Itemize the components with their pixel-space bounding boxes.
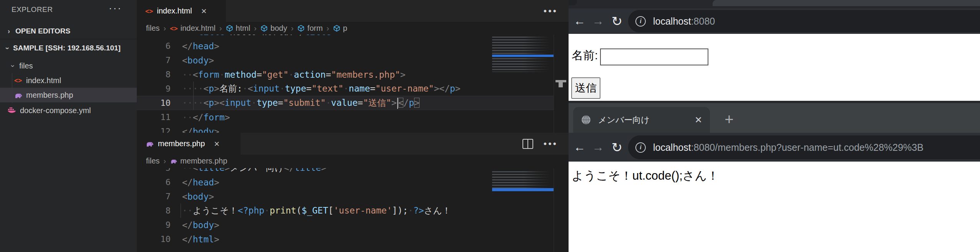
browser-toolbar: ← → ↻ i localhost:8080 — [569, 8, 980, 34]
browser-page: 名前: 送信 — [569, 34, 980, 101]
code-token: > — [225, 35, 230, 37]
breadcrumb-item[interactable]: body — [260, 24, 287, 33]
editor-more-actions-icon[interactable]: ••• — [544, 6, 558, 17]
code-token: > — [321, 168, 327, 173]
chevron-down-icon: › — [9, 62, 17, 70]
symbol-cube-icon — [297, 25, 305, 32]
code-text: </head> — [171, 177, 219, 187]
code-token: ようこそ！ — [193, 205, 238, 215]
code-line[interactable]: 12</body> — [137, 124, 569, 133]
code-line[interactable]: 8··ようこそ！<?php·print($_GET['user-name']);… — [137, 204, 569, 218]
close-tab-icon[interactable]: × — [214, 139, 219, 149]
tree-indent-guide — [12, 73, 12, 103]
explorer-more-actions-icon[interactable]: ··· — [109, 2, 122, 14]
editor-group-index-html: <> index.html × ••• files› <>index.html›… — [137, 0, 569, 133]
breadcrumb-item[interactable]: files — [146, 24, 160, 33]
code-token: $_GET — [302, 205, 328, 215]
code-token: > — [391, 98, 397, 108]
code-line[interactable]: 9</body> — [137, 218, 569, 232]
browser-toolbar: ← → ↻ i localhost:8080/members.php?user-… — [569, 133, 980, 162]
code-token: < — [219, 98, 225, 108]
browser-page: ようこそ！ut.code();さん！ — [569, 162, 980, 252]
editor-more-actions-icon[interactable]: ••• — [544, 139, 558, 149]
code-line[interactable]: 9····<p>名前:·<input·type="text"·name="use… — [137, 82, 569, 96]
breadcrumb-item[interactable]: html — [226, 24, 250, 33]
line-number: 6 — [137, 41, 171, 51]
tab-index-html[interactable]: <> index.html × — [137, 0, 226, 22]
overview-ruler[interactable] — [554, 168, 569, 252]
close-tab-icon[interactable]: ✕ — [695, 115, 702, 125]
code-token: name — [349, 83, 370, 93]
code-token: < — [203, 98, 209, 108]
code-token: > — [209, 192, 214, 202]
minimap[interactable] — [492, 37, 554, 79]
sidebar-item-members-php[interactable]: members.php — [0, 88, 137, 102]
back-icon[interactable]: ← — [572, 140, 587, 155]
breadcrumb-item[interactable]: p — [333, 24, 347, 33]
name-input[interactable] — [600, 48, 708, 65]
code-token: < — [398, 98, 404, 108]
code-token: < — [248, 83, 253, 93]
sidebar-item-docker-compose[interactable]: docker-compose.yml — [0, 103, 137, 118]
docker-whale-icon — [7, 107, 17, 114]
code-token: > — [214, 98, 219, 108]
split-editor-icon[interactable] — [522, 139, 534, 149]
code-line[interactable]: 10</html> — [137, 232, 569, 246]
code-token: > — [225, 168, 230, 173]
sidebar-item-index-html[interactable]: <> index.html — [0, 73, 137, 88]
submit-button[interactable]: 送信 — [571, 77, 600, 99]
sidebar-item-files-folder[interactable]: › files — [0, 58, 137, 73]
breadcrumb-item[interactable]: files — [146, 157, 160, 165]
code-token: < — [182, 55, 187, 65]
code-token: · — [343, 83, 349, 93]
open-editors-section[interactable]: › OPEN EDITORS — [0, 24, 137, 38]
tab-title: メンバー向け — [598, 114, 695, 126]
code-token: ·· — [182, 168, 193, 173]
code-token: ] — [392, 205, 398, 215]
code-token: form — [203, 112, 224, 122]
breadcrumb-separator: › — [291, 24, 294, 33]
code-text: </html> — [171, 234, 219, 244]
code-token: < — [182, 192, 187, 202]
browser-tab-members[interactable]: メンバー向け ✕ — [573, 107, 710, 133]
address-bar[interactable]: i localhost:8080 — [628, 10, 980, 32]
breadcrumb-item[interactable]: form — [297, 24, 323, 33]
overview-ruler[interactable] — [554, 35, 569, 133]
code-token: <?php — [238, 205, 264, 215]
workspace-section[interactable]: › SAMPLE [SSH: 192.168.56.101] — [0, 41, 137, 55]
close-tab-icon[interactable]: × — [201, 6, 207, 17]
code-token: > — [214, 83, 219, 93]
code-token: p — [450, 83, 455, 93]
code-token: head — [193, 177, 214, 187]
minimap-code — [492, 37, 550, 72]
site-info-icon[interactable]: i — [635, 142, 646, 153]
breadcrumb-item[interactable]: <>index.html — [170, 24, 216, 33]
code-line[interactable]: 11··</form> — [137, 110, 569, 124]
new-tab-icon[interactable]: + — [719, 109, 739, 129]
site-info-icon[interactable]: i — [635, 16, 646, 27]
code-token: ···· — [182, 83, 203, 93]
symbol-cube-icon — [226, 25, 233, 32]
code-line-current[interactable]: 10····<p><input·type="submit"·value="送信"… — [137, 96, 569, 110]
code-token: = — [257, 70, 262, 80]
code-token: </ — [284, 168, 295, 173]
code-token: > — [331, 35, 337, 37]
code-token: body — [187, 55, 209, 65]
address-bar[interactable]: i localhost:8080/members.php?user-name=u… — [628, 135, 980, 159]
back-icon[interactable]: ← — [572, 13, 587, 29]
code-text: <body> — [171, 55, 214, 65]
symbol-cube-icon — [333, 25, 340, 32]
breadcrumb-item[interactable]: members.php — [170, 157, 227, 165]
code-token: title — [295, 168, 321, 173]
code-token: > — [214, 177, 219, 187]
code-text: </body> — [171, 127, 219, 133]
minimap[interactable] — [492, 171, 554, 193]
tab-members-php[interactable]: members.php × — [137, 133, 240, 155]
code-text: </head> — [171, 41, 219, 51]
reload-icon[interactable]: ↻ — [609, 140, 625, 155]
php-elephant-icon — [145, 140, 154, 147]
reload-icon[interactable]: ↻ — [609, 13, 625, 29]
code-token: input — [253, 83, 280, 93]
globe-icon — [581, 115, 591, 125]
code-token: = — [326, 70, 331, 80]
